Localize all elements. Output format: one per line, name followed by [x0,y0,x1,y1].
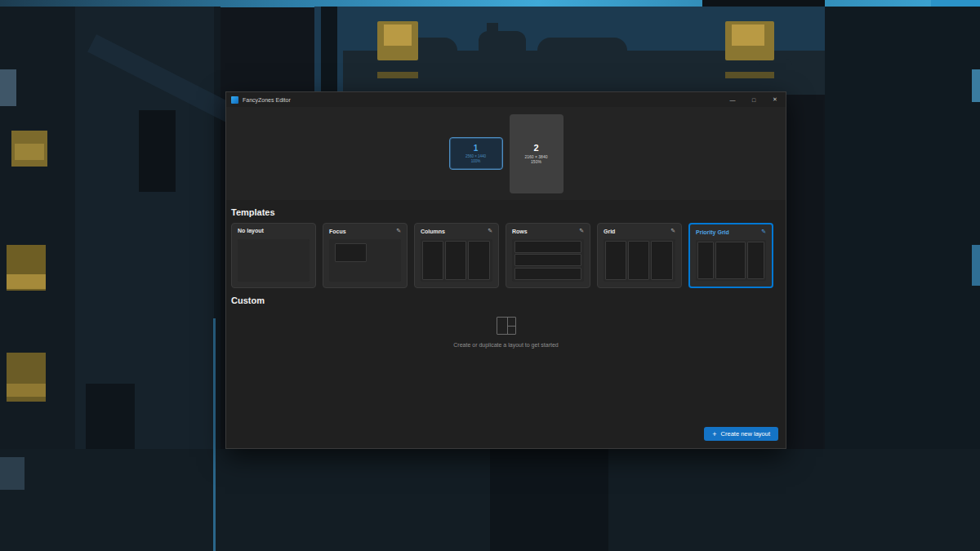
create-new-layout-label: Create new layout [721,430,770,438]
monitor-2[interactable]: 2 2160 × 3840 150% [510,114,564,193]
zone-preview [445,241,466,280]
edit-pencil-icon[interactable]: ✎ [761,229,766,235]
create-new-layout-button[interactable]: + Create new layout [704,427,778,441]
zone-preview [335,243,367,262]
template-card[interactable]: No layout [231,223,316,288]
template-card-label: Columns [421,229,445,234]
minimize-button[interactable]: — [722,92,743,107]
template-card-header: Focus ✎ [323,224,407,237]
sky-divider-band [321,7,337,95]
lantern-glow-core [7,274,46,289]
template-card-header: Columns ✎ [415,224,498,237]
edit-pencil-icon[interactable]: ✎ [396,228,401,234]
lantern-glow-core [7,384,46,397]
zone-preview [747,242,765,279]
window-title: FancyZones Editor [243,97,291,103]
monitor-picker: 1 2560 × 1440 100% 2 2160 × 3840 150% [226,107,786,200]
template-card-label: Grid [604,229,615,234]
minimize-icon: — [730,97,736,103]
template-card-header: Grid ✎ [598,224,681,237]
window-controls: — □ ✕ [722,92,786,107]
glitch-block [0,457,24,490]
window-body: Templates No layout Focus ✎ Columns ✎ Ro… [226,207,786,348]
template-card-preview [512,239,584,282]
templates-heading: Templates [231,207,781,217]
template-card-header: Rows ✎ [506,224,590,237]
custom-empty-state: Create or duplicate a layout to get star… [231,317,781,348]
template-cards-row: No layout Focus ✎ Columns ✎ Rows ✎ Grid … [231,223,781,288]
zone-preview [628,241,649,280]
monitor-scaling: 150% [531,159,541,165]
custom-heading: Custom [231,295,781,305]
zone-preview [468,241,490,280]
titlebar[interactable]: FancyZones Editor — □ ✕ [226,92,786,107]
sky-lantern-reflection [377,72,418,78]
building-silhouette-bump [537,38,627,65]
template-card-label: Focus [329,229,346,234]
zone-preview [422,241,443,280]
monitor-number: 2 [533,142,538,154]
canal-dark-band [490,449,608,551]
icon-horizontal-divider [507,326,515,327]
close-icon: ✕ [773,96,777,103]
edit-pencil-icon[interactable]: ✎ [488,228,492,234]
facade-window [139,110,176,192]
plus-icon: + [712,432,716,437]
monitor-scaling: 100% [471,159,481,164]
template-card-preview [696,240,766,281]
zone-preview [514,268,582,280]
sky-lantern-core [384,24,412,46]
zone-preview [697,242,715,279]
template-card-preview [329,239,401,282]
lantern-glow-core [15,144,44,160]
template-card-header: No layout [232,224,315,236]
template-card-preview [604,239,675,282]
template-card[interactable]: Priority Grid ✎ [688,223,773,288]
building-silhouette-bump [479,31,526,56]
template-card-header: Priority Grid ✎ [690,224,772,238]
glitch-block [0,69,16,106]
template-card-label: Rows [512,229,528,234]
monitor-number: 1 [474,143,479,154]
maximize-button[interactable]: □ [743,92,764,107]
monitor-resolution: 2160 × 3840 [525,154,548,160]
glitch-block [972,245,980,286]
edit-pencil-icon[interactable]: ✎ [670,228,675,234]
template-card[interactable]: Focus ✎ [323,223,408,288]
template-card-preview [421,239,492,282]
template-card-preview [238,239,310,282]
lamp-post [213,318,216,551]
glitch-block [972,69,980,102]
edit-pencil-icon[interactable]: ✎ [579,228,584,234]
template-card[interactable]: Columns ✎ [414,223,499,288]
zone-preview [651,241,673,280]
zone-preview [514,241,582,253]
fancyzones-editor-window: FancyZones Editor — □ ✕ 1 2560 × 1440 10… [225,91,786,449]
sky-lantern-reflection [725,72,774,78]
monitor-1-selected[interactable]: 1 2560 × 1440 100% [449,137,503,170]
template-card-label: Priority Grid [696,229,729,235]
template-card[interactable]: Rows ✎ [506,223,590,288]
fancyzones-app-icon [231,96,238,104]
template-card-label: No layout [238,228,264,233]
custom-empty-text: Create or duplicate a layout to get star… [453,342,558,348]
zone-preview [514,254,582,266]
building-silhouette-finial [487,23,498,36]
template-card[interactable]: Grid ✎ [597,223,682,288]
layout-placeholder-icon [497,317,516,335]
sky-lantern-core [732,24,764,46]
zone-preview [605,241,626,280]
zone-preview [715,242,746,279]
maximize-icon: □ [752,97,755,103]
close-button[interactable]: ✕ [764,92,786,107]
